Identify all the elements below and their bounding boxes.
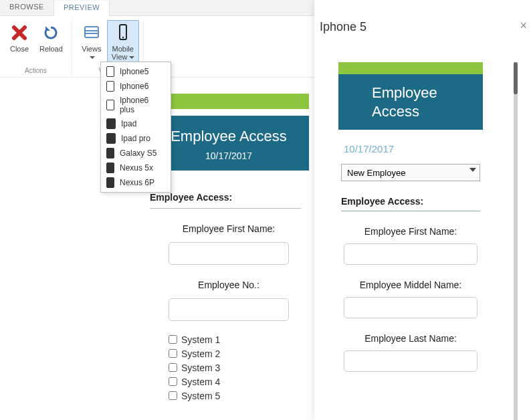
first-name-input[interactable] <box>169 242 289 265</box>
reload-icon <box>40 22 62 43</box>
phone-field-middle: Employee Middel Name: <box>320 280 502 318</box>
phone-green-bar <box>338 62 483 74</box>
field-emp-no: Employee No.: <box>148 280 309 321</box>
section-title: Employee Access: <box>150 180 301 209</box>
device-option-iphone6-plus[interactable]: Iphone6 plus <box>101 94 171 116</box>
phone-middle-label: Employee Middel Name: <box>320 280 502 290</box>
device-icon <box>106 118 116 129</box>
views-icon <box>81 22 102 43</box>
mobile-view-dropdown: Iphone5Iphone6Iphone6 plusIpadIpad proGa… <box>100 62 171 193</box>
ribbon-group-actions: Close Reload Actions <box>0 20 72 77</box>
form-title: Employee Access <box>148 128 309 145</box>
phone-header: Employee Access <box>338 74 483 130</box>
device-option-galaxy-s5[interactable]: Galaxy S5 <box>101 146 171 161</box>
close-icon <box>9 22 30 43</box>
system-checkbox[interactable] <box>169 377 177 386</box>
system-label: System 3 <box>181 362 220 373</box>
device-icon <box>106 163 114 173</box>
svg-point-4 <box>122 37 123 38</box>
systems-list: System 1System 2System 3System 4System 5 <box>166 333 309 402</box>
device-icon <box>106 66 114 77</box>
device-label: Iphone6 plus <box>120 96 165 114</box>
phone-section-title: Employee Access: <box>341 196 480 211</box>
system-row: System 5 <box>166 389 309 402</box>
phone-last-input[interactable] <box>344 350 477 372</box>
device-option-iphone5[interactable]: Iphone5 <box>101 64 171 79</box>
reload-button[interactable]: Reload <box>35 20 68 55</box>
phone-device-title: Iphone 5 <box>314 0 531 43</box>
close-button[interactable]: Close <box>4 20 35 55</box>
device-label: Iphone5 <box>120 67 148 76</box>
device-option-ipad-pro[interactable]: Ipad pro <box>101 131 171 146</box>
device-label: Nexus 6P <box>120 178 154 187</box>
system-row: System 2 <box>166 347 309 360</box>
system-row: System 4 <box>166 375 309 388</box>
tab-preview[interactable]: PREVIEW <box>54 1 110 16</box>
system-label: System 4 <box>181 377 220 387</box>
form-date: 10/17/2017 <box>148 150 309 161</box>
phone-body: Employee Access 10/17/2017 New Employee … <box>320 62 518 420</box>
views-button[interactable]: Views <box>76 20 107 63</box>
reload-label: Reload <box>39 45 63 53</box>
system-checkbox[interactable] <box>169 391 177 400</box>
chevron-down-icon <box>129 56 134 59</box>
device-label: Ipad pro <box>121 134 150 143</box>
device-label: Iphone6 <box>120 82 148 91</box>
emp-no-input[interactable] <box>169 298 289 321</box>
phone-icon <box>112 22 134 43</box>
first-name-label: Employee First Name: <box>148 223 309 234</box>
system-checkbox[interactable] <box>169 335 177 344</box>
device-label: Nexus 5x <box>120 163 153 173</box>
device-icon <box>106 148 114 159</box>
device-option-nexus-6p[interactable]: Nexus 6P <box>101 175 171 190</box>
scrollbar-thumb[interactable] <box>514 62 518 94</box>
close-label: Close <box>10 45 29 53</box>
device-icon <box>106 100 114 110</box>
system-checkbox[interactable] <box>169 349 177 358</box>
phone-header-line1: Employee <box>372 84 483 102</box>
tab-browse[interactable]: BROWSE <box>0 0 54 15</box>
phone-header-line2: Access <box>372 102 483 121</box>
mobile-view-label: Mobile View <box>112 45 134 61</box>
system-label: System 5 <box>181 391 220 401</box>
phone-field-first: Employee First Name: <box>320 226 502 265</box>
field-first-name: Employee First Name: <box>148 223 309 265</box>
device-label: Ipad <box>121 119 136 128</box>
device-icon <box>106 133 116 144</box>
phone-first-input[interactable] <box>344 243 477 265</box>
green-bar <box>148 94 309 109</box>
phone-field-last: Employee Last Name: <box>320 333 502 372</box>
phone-last-label: Employee Last Name: <box>320 333 502 344</box>
phone-date: 10/17/2017 <box>344 143 502 154</box>
group-actions-label: Actions <box>25 67 47 74</box>
device-icon <box>106 81 114 92</box>
phone-middle-input[interactable] <box>344 297 477 318</box>
device-option-ipad[interactable]: Ipad <box>101 116 171 131</box>
phone-preview-panel: × Iphone 5 Employee Access 10/17/2017 Ne… <box>314 0 531 420</box>
phone-first-label: Employee First Name: <box>320 226 502 237</box>
close-phone-button[interactable]: × <box>520 19 527 33</box>
device-option-nexus-5x[interactable]: Nexus 5x <box>101 161 171 175</box>
employee-type-select-wrap: New Employee <box>341 164 480 181</box>
employee-type-select[interactable]: New Employee <box>341 164 480 181</box>
system-row: System 3 <box>166 361 309 374</box>
system-label: System 2 <box>181 348 220 359</box>
mobile-view-button[interactable]: Mobile View <box>107 20 139 63</box>
form-header: Employee Access 10/17/2017 <box>148 116 309 171</box>
emp-no-label: Employee No.: <box>148 280 309 290</box>
form-preview: Employee Access 10/17/2017 Employee Acce… <box>148 94 309 403</box>
device-option-iphone6[interactable]: Iphone6 <box>101 79 171 94</box>
device-icon <box>106 177 114 188</box>
system-checkbox[interactable] <box>169 363 177 372</box>
chevron-down-icon <box>90 56 95 59</box>
views-label: Views <box>82 45 101 61</box>
system-label: System 1 <box>181 334 220 345</box>
svg-rect-0 <box>85 27 98 37</box>
system-row: System 1 <box>166 333 309 346</box>
device-label: Galaxy S5 <box>120 148 156 158</box>
